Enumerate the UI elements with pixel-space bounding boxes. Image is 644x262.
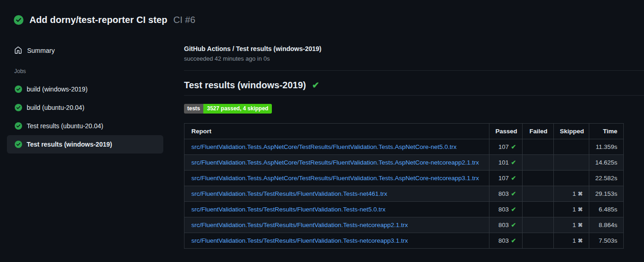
check-icon: ✔ <box>511 175 516 182</box>
col-header-passed: Passed <box>489 124 523 139</box>
check-icon: ✔ <box>511 190 516 197</box>
divider <box>184 70 644 71</box>
report-link[interactable]: src/FluentValidation.Tests/TestResults/F… <box>191 221 483 229</box>
cross-icon: ✖ <box>578 222 583 228</box>
failed-cell <box>523 186 554 202</box>
passed-count: 101 <box>499 159 509 166</box>
job-label: Test results (windows-2019) <box>27 141 112 148</box>
summary-label: Summary <box>27 47 55 54</box>
page-title: Add dorny/test-reporter CI step <box>29 15 167 25</box>
badge-label: tests <box>184 104 203 114</box>
job-label: build (windows-2019) <box>27 85 87 93</box>
report-link[interactable]: src/FluentValidation.Tests.AspNetCore/Te… <box>191 159 483 166</box>
skipped-cell: 1✖ <box>554 202 589 217</box>
failed-cell <box>523 202 554 217</box>
table-row: src/FluentValidation.Tests.AspNetCore/Te… <box>184 155 624 171</box>
skipped-cell <box>554 155 589 171</box>
skipped-count: 1 <box>573 206 576 213</box>
time-cell: 8.864s <box>589 217 624 233</box>
report-link[interactable]: src/FluentValidation.Tests/TestResults/F… <box>191 190 483 198</box>
passed-count: 803 <box>499 222 509 228</box>
report-cell: src/FluentValidation.Tests/TestResults/F… <box>184 202 489 217</box>
check-icon: ✔ <box>511 206 516 213</box>
sidebar-job-item[interactable]: build (ubuntu-20.04) <box>7 98 163 117</box>
results-table: Report Passed Failed Skipped Time src/Fl… <box>184 123 624 249</box>
report-cell: src/FluentValidation.Tests/TestResults/F… <box>184 217 489 233</box>
col-header-skipped: Skipped <box>554 124 589 139</box>
passed-cell: 803✔ <box>489 233 523 249</box>
sidebar: Summary Jobs build (windows-2019) build … <box>0 26 175 154</box>
tests-badge: tests 3527 passed, 4 skipped <box>184 104 272 114</box>
report-link[interactable]: src/FluentValidation.Tests/TestResults/F… <box>191 237 483 245</box>
check-icon: ✔ <box>511 222 516 228</box>
content: Summary Jobs build (windows-2019) build … <box>0 26 644 249</box>
success-check-icon <box>14 15 23 25</box>
skipped-count: 1 <box>573 222 576 228</box>
time-cell: 7.503s <box>589 233 624 249</box>
passed-cell: 803✔ <box>489 217 523 233</box>
time-cell: 11.359s <box>589 139 624 155</box>
skipped-cell <box>554 139 589 155</box>
job-label: Test results (ubuntu-20.04) <box>27 122 104 130</box>
passed-cell: 101✔ <box>489 155 523 171</box>
failed-cell <box>523 155 554 171</box>
passed-count: 107 <box>499 175 509 182</box>
skipped-count: 1 <box>573 237 576 244</box>
check-icon: ✔ <box>312 81 319 90</box>
success-check-icon <box>15 141 22 148</box>
check-run-title: GitHub Actions / Test results (windows-2… <box>184 45 644 52</box>
badge-value: 3527 passed, 4 skipped <box>203 104 272 114</box>
report-link[interactable]: src/FluentValidation.Tests.AspNetCore/Te… <box>191 174 483 182</box>
check-icon: ✔ <box>511 143 516 150</box>
passed-count: 107 <box>499 143 509 150</box>
passed-cell: 803✔ <box>489 202 523 217</box>
report-cell: src/FluentValidation.Tests.AspNetCore/Te… <box>184 171 489 186</box>
table-row: src/FluentValidation.Tests/TestResults/F… <box>184 186 624 202</box>
col-header-failed: Failed <box>523 124 554 139</box>
check-icon: ✔ <box>511 159 516 166</box>
report-cell: src/FluentValidation.Tests/TestResults/F… <box>184 233 489 249</box>
run-number: CI #6 <box>173 15 196 25</box>
col-header-report: Report <box>184 124 489 139</box>
section-heading: Test results (windows-2019) ✔ <box>184 80 644 96</box>
check-run-status: succeeded 42 minutes ago in 0s <box>184 55 644 62</box>
failed-cell <box>523 171 554 186</box>
sidebar-job-item[interactable]: build (windows-2019) <box>7 80 163 98</box>
report-link[interactable]: src/FluentValidation.Tests.AspNetCore/Te… <box>191 143 483 151</box>
cross-icon: ✖ <box>578 190 583 197</box>
cross-icon: ✖ <box>578 206 583 213</box>
success-check-icon <box>15 85 22 93</box>
time-cell: 29.153s <box>589 186 624 202</box>
sidebar-job-item[interactable]: Test results (windows-2019) <box>7 135 163 154</box>
time-cell: 6.485s <box>589 202 624 217</box>
main-panel: GitHub Actions / Test results (windows-2… <box>175 26 644 249</box>
report-link[interactable]: src/FluentValidation.Tests/TestResults/F… <box>191 205 483 213</box>
passed-count: 803 <box>499 237 509 244</box>
skipped-count: 1 <box>573 190 576 197</box>
passed-cell: 107✔ <box>489 139 523 155</box>
check-icon: ✔ <box>511 237 516 244</box>
passed-count: 803 <box>499 206 509 213</box>
skipped-cell: 1✖ <box>554 217 589 233</box>
table-row: src/FluentValidation.Tests/TestResults/F… <box>184 217 624 233</box>
report-cell: src/FluentValidation.Tests.AspNetCore/Te… <box>184 139 489 155</box>
time-cell: 22.582s <box>589 171 624 186</box>
report-cell: src/FluentValidation.Tests.AspNetCore/Te… <box>184 155 489 171</box>
cross-icon: ✖ <box>578 237 583 244</box>
skipped-cell: 1✖ <box>554 233 589 249</box>
table-row: src/FluentValidation.Tests.AspNetCore/Te… <box>184 139 624 155</box>
failed-cell <box>523 217 554 233</box>
passed-cell: 107✔ <box>489 171 523 186</box>
run-header: Add dorny/test-reporter CI step CI #6 <box>0 0 644 26</box>
table-row: src/FluentValidation.Tests/TestResults/F… <box>184 233 624 249</box>
job-list: build (windows-2019) build (ubuntu-20.04… <box>7 80 163 154</box>
jobs-section-label: Jobs <box>14 68 175 74</box>
col-header-time: Time <box>589 124 624 139</box>
failed-cell <box>523 233 554 249</box>
skipped-cell <box>554 171 589 186</box>
success-check-icon <box>15 122 22 130</box>
table-row: src/FluentValidation.Tests/TestResults/F… <box>184 202 624 217</box>
sidebar-job-item[interactable]: Test results (ubuntu-20.04) <box>7 117 163 135</box>
sidebar-item-summary[interactable]: Summary <box>0 44 175 57</box>
time-cell: 14.625s <box>589 155 624 171</box>
